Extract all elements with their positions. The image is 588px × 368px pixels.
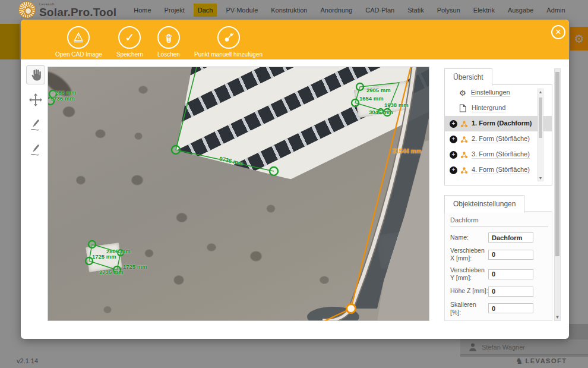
scrollbar-thumb[interactable] <box>555 72 559 256</box>
draw-tool-button[interactable] <box>26 115 45 134</box>
knight-icon: ♞ <box>516 356 523 366</box>
scroll-down-icon[interactable]: ▼ <box>555 314 560 320</box>
levasoft-logo: ♞ LEVASOFT <box>516 356 567 366</box>
add-point-button[interactable]: Punkt manuell hinzufügen <box>194 26 263 58</box>
vertex-handle[interactable] <box>270 167 278 175</box>
user-icon <box>469 342 477 351</box>
shape-icon <box>460 136 468 143</box>
expand-icon[interactable]: + <box>450 166 457 174</box>
nav-item-statik[interactable]: Statik <box>403 4 428 17</box>
nav-item-cad-plan[interactable]: CAD-Plan <box>361 4 399 17</box>
expand-icon[interactable]: + <box>450 136 457 143</box>
scrollbar-thumb[interactable] <box>539 97 542 138</box>
form-row: Verschieben Y [mm]: <box>450 266 548 282</box>
button-label: Speichern <box>116 51 143 58</box>
panel-scrollbar[interactable]: ▼ <box>554 68 561 321</box>
nav-item-elektrik[interactable]: Elektrik <box>469 4 499 17</box>
list-item-form-4[interactable]: + 4. Form (Störfläche) <box>445 162 552 178</box>
nav-item-polysun[interactable]: Polysun <box>433 4 464 17</box>
field-label: Verschieben X [mm]: <box>450 247 488 262</box>
measurement-label-selected: 31544 mm <box>393 148 421 155</box>
section-title: Dachform <box>450 216 548 227</box>
list-item-form-2[interactable]: + 2. Form (Störfläche) <box>445 131 552 147</box>
move-icon <box>29 93 42 106</box>
rotate-field[interactable] <box>488 320 533 321</box>
list-item-form-3[interactable]: + 3. Form (Störfläche) <box>445 147 552 162</box>
brand: Levasoft Solar.Pro.Tool <box>39 2 116 18</box>
solar-sun-logo-icon <box>18 1 36 18</box>
vertex-handle[interactable] <box>88 241 96 248</box>
pan-tool-button[interactable] <box>26 65 45 84</box>
shape-icon <box>460 166 468 174</box>
scale-field[interactable] <box>488 303 533 313</box>
file-icon <box>459 104 466 112</box>
trash-icon <box>157 26 180 49</box>
gear-icon: ⚙ <box>574 32 584 45</box>
gear-icon: ⚙ <box>459 89 466 97</box>
move-tool-button[interactable] <box>26 90 45 109</box>
tab-objekteinstellungen[interactable]: Objekteinstellungen <box>444 195 524 213</box>
nav-item-admin[interactable]: Admin <box>542 4 569 17</box>
nav-item-anordnung[interactable]: Anordnung <box>316 4 356 17</box>
brand-title: Solar.Pro.Tool <box>39 7 116 18</box>
list-scrollbar[interactable]: ▲ ▼ <box>538 89 543 181</box>
list-item-hintergrund[interactable]: Hintergrund <box>445 100 552 116</box>
height-z-field[interactable] <box>488 287 533 297</box>
field-label: Name: <box>450 234 488 241</box>
form-row: Drehen [°]: <box>450 320 548 321</box>
pencil-icon <box>29 143 43 157</box>
form-row: Höhe Z [mm]: <box>450 287 548 297</box>
offset-y-field[interactable] <box>488 269 533 279</box>
measurement-label: 1654 mm <box>359 95 384 102</box>
draw-disturbance-tool-button[interactable] <box>26 140 45 159</box>
aerial-map-canvas[interactable]: 286 mm 5736 mm 2905 mm 1654 mm 1938 mm 3… <box>48 67 429 321</box>
pencil-icon <box>29 118 43 132</box>
scroll-down-icon[interactable]: ▼ <box>538 176 543 180</box>
offset-x-field[interactable] <box>488 250 533 260</box>
cad-image-icon <box>67 26 90 49</box>
tab-uebersicht[interactable]: Übersicht <box>444 68 492 86</box>
shape-icon <box>460 120 468 128</box>
overview-list: ⚙ Einstellungen Hintergrund + 1. Form (D… <box>444 84 552 185</box>
selected-vertex-handle[interactable] <box>347 304 356 313</box>
save-button[interactable]: ✓ Speichern <box>116 26 143 58</box>
levasoft-text: LEVASOFT <box>526 357 567 364</box>
button-label: Löschen <box>157 51 180 58</box>
scroll-up-icon[interactable]: ▲ <box>538 90 543 94</box>
nav-item-ausgabe[interactable]: Ausgabe <box>504 4 538 17</box>
user-row[interactable]: Stefan Wagner <box>460 339 588 355</box>
list-item-form-1[interactable]: + 1. Form (Dachform) <box>445 116 552 131</box>
measurement-label: 1725 mm <box>92 253 116 260</box>
background-toolbar-fragment <box>0 24 20 59</box>
expand-icon[interactable]: + <box>450 120 457 128</box>
nav-item-home[interactable]: Home <box>129 4 155 17</box>
measurement-label: 1938 mm <box>384 102 409 108</box>
nav-item-pv-module[interactable]: PV-Module <box>222 4 262 17</box>
vertex-handle[interactable] <box>172 146 180 154</box>
roof-editor-dialog: Open CAD Image ✓ Speichern Löschen <box>21 20 569 339</box>
shape-icon <box>460 151 468 159</box>
form-row: Skalieren [%]: <box>450 301 548 316</box>
nav-item-dach[interactable]: Dach <box>194 4 217 17</box>
open-cad-image-button[interactable]: Open CAD Image <box>55 26 102 58</box>
user-name: Stefan Wagner <box>482 344 525 351</box>
close-icon[interactable]: × <box>551 25 565 39</box>
name-field[interactable] <box>488 232 533 243</box>
application-window: Levasoft Solar.Pro.Tool Home Projekt Dac… <box>0 0 588 368</box>
list-item-einstellungen[interactable]: ⚙ Einstellungen <box>445 85 552 100</box>
measurement-label: 5736 mm <box>50 95 75 102</box>
form-row: Name: <box>450 232 548 243</box>
vertex-handle[interactable] <box>352 99 359 106</box>
annotation-overlay <box>48 67 429 321</box>
measurement-label: 1725 mm <box>123 263 147 270</box>
nav-item-konstruktion[interactable]: Konstruktion <box>267 4 311 17</box>
measurement-label: 2735 mm <box>99 269 124 275</box>
delete-button[interactable]: Löschen <box>157 26 180 58</box>
settings-side-tab[interactable]: ⚙ <box>570 27 588 51</box>
expand-icon[interactable]: + <box>450 151 457 159</box>
nav-item-projekt[interactable]: Projekt <box>160 4 189 17</box>
hand-icon <box>29 68 43 82</box>
button-label: Punkt manuell hinzufügen <box>194 51 263 58</box>
form-row: Verschieben X [mm]: <box>450 247 548 262</box>
vertex-handle[interactable] <box>356 83 363 90</box>
